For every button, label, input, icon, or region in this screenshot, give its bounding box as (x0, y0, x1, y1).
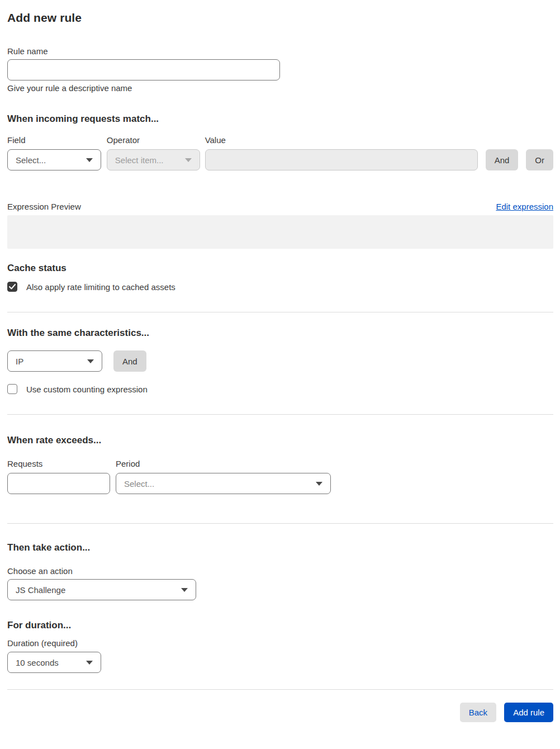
rule-name-label: Rule name (7, 46, 553, 56)
rule-name-input[interactable] (7, 59, 280, 80)
counting-expression-label: Use custom counting expression (26, 385, 148, 394)
characteristics-row: IP And (7, 350, 553, 372)
operator-label: Operator (107, 135, 200, 145)
duration-select-value: 10 seconds (16, 658, 59, 667)
value-input (205, 149, 478, 170)
operator-select: Select item... (107, 149, 200, 170)
add-rule-form: Add new rule Rule name Give your rule a … (0, 0, 560, 729)
expression-preview-row: Expression Preview Edit expression (7, 202, 553, 211)
expression-preview-label: Expression Preview (7, 202, 81, 211)
expression-preview-box (7, 215, 553, 249)
chevron-down-icon (87, 359, 94, 363)
duration-heading: For duration... (7, 620, 553, 631)
field-select-value: Select... (16, 155, 46, 165)
period-select-value: Select... (124, 479, 154, 489)
rate-heading: When rate exceeds... (7, 435, 553, 446)
cached-assets-checkbox[interactable] (7, 282, 17, 292)
field-select[interactable]: Select... (7, 149, 101, 170)
chevron-down-icon (86, 158, 93, 162)
characteristics-heading: With the same characteristics... (7, 328, 553, 339)
rate-controls-row: Requests Period Select... (7, 459, 553, 494)
footer-actions: Back Add rule (7, 703, 553, 722)
or-button[interactable]: Or (526, 149, 553, 170)
characteristics-and-button[interactable]: And (113, 350, 146, 372)
chevron-down-icon (181, 588, 188, 592)
duration-select[interactable]: 10 seconds (7, 652, 101, 673)
characteristic-select-value: IP (16, 357, 23, 366)
operator-select-value: Select item... (115, 155, 164, 165)
counting-expression-checkbox[interactable] (7, 384, 17, 394)
divider (7, 414, 553, 415)
action-select[interactable]: JS Challenge (7, 579, 196, 600)
chevron-down-icon (316, 482, 322, 486)
cache-status-heading: Cache status (7, 263, 553, 274)
checkmark-icon (9, 284, 16, 290)
cache-status-checkbox-row: Also apply rate limiting to cached asset… (7, 282, 553, 292)
add-rule-button[interactable]: Add rule (504, 703, 553, 722)
divider (7, 689, 553, 690)
divider (7, 523, 553, 524)
chevron-down-icon (86, 661, 93, 665)
field-label: Field (7, 135, 101, 145)
match-section-heading: When incoming requests match... (7, 113, 553, 125)
requests-label: Requests (7, 459, 110, 468)
period-select[interactable]: Select... (116, 473, 331, 494)
and-button[interactable]: And (486, 149, 519, 170)
rule-name-help: Give your rule a descriptive name (7, 83, 553, 93)
action-select-value: JS Challenge (16, 585, 65, 595)
period-label: Period (116, 459, 331, 468)
requests-input[interactable] (7, 473, 110, 494)
counting-expression-checkbox-row: Use custom counting expression (7, 384, 553, 394)
cached-assets-label: Also apply rate limiting to cached asset… (26, 282, 175, 292)
value-label: Value (205, 135, 478, 145)
edit-expression-link[interactable]: Edit expression (496, 202, 553, 211)
choose-action-label: Choose an action (7, 566, 553, 576)
chevron-down-icon (185, 158, 192, 162)
match-controls-row: Field Select... Operator Select item... … (7, 135, 553, 170)
divider (7, 312, 553, 312)
back-button[interactable]: Back (460, 703, 496, 722)
action-heading: Then take action... (7, 542, 553, 553)
duration-label: Duration (required) (7, 638, 553, 648)
page-title: Add new rule (7, 11, 553, 25)
characteristic-select[interactable]: IP (7, 350, 102, 372)
